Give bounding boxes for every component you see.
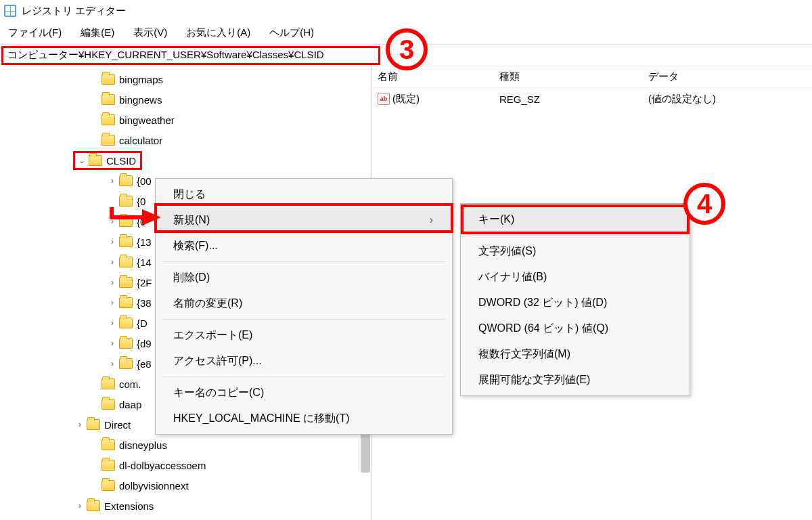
- tree-item[interactable]: dolbyvisionnext: [0, 475, 371, 496]
- submenu-multistring[interactable]: 複数行文字列値(M): [461, 341, 690, 367]
- submenu-binary[interactable]: バイナリ値(B): [461, 264, 690, 290]
- expander-icon[interactable]: ›: [74, 500, 85, 511]
- tree-label: {d9: [137, 338, 152, 349]
- context-menu-permissions[interactable]: アクセス許可(P)...: [156, 348, 452, 374]
- folder-icon: [102, 74, 115, 85]
- tree-label: dl-dolbyaccessoem: [119, 460, 206, 471]
- tree-item[interactable]: calculator: [0, 130, 371, 150]
- context-menu: 閉じる 新規(N) › 検索(F)... 削除(D) 名前の変更(R) エクスポ…: [155, 178, 453, 435]
- expander-icon[interactable]: ›: [107, 175, 118, 186]
- folder-icon: [102, 135, 115, 146]
- regedit-icon: [4, 5, 16, 17]
- folder-icon: [102, 94, 115, 105]
- folder-icon: [119, 216, 133, 227]
- context-menu-goto-hklm[interactable]: HKEY_LOCAL_MACHINE に移動(T): [156, 406, 452, 431]
- folder-icon: [87, 500, 100, 511]
- tree-item-clsid[interactable]: ⌄ CLSID: [0, 150, 371, 171]
- folder-icon: [119, 358, 133, 369]
- tree-label: bingmaps: [119, 74, 163, 85]
- folder-icon: [102, 480, 115, 491]
- tree-label: disneyplus: [119, 439, 167, 451]
- folder-icon: [119, 318, 133, 328]
- tree-label: dolbyvisionnext: [119, 480, 189, 492]
- folder-icon: [119, 277, 133, 288]
- expander-icon[interactable]: ›: [107, 257, 118, 267]
- expander-icon[interactable]: ›: [107, 236, 118, 247]
- expander-icon[interactable]: ›: [107, 216, 118, 227]
- value-row[interactable]: ab (既定) REG_SZ (値の設定なし): [372, 88, 812, 110]
- chevron-right-icon: ›: [403, 214, 433, 226]
- folder-icon: [119, 236, 133, 247]
- tree-label: {0: [137, 216, 145, 228]
- value-type: REG_SZ: [499, 93, 648, 105]
- submenu-dword[interactable]: DWORD (32 ビット) 値(D): [461, 290, 690, 316]
- tree-label: Extensions: [104, 500, 154, 512]
- expander-icon[interactable]: ›: [107, 277, 118, 288]
- folder-icon: [119, 257, 133, 267]
- tree-label: calculator: [119, 135, 162, 146]
- values-header: 名前 種類 データ: [372, 66, 812, 88]
- submenu-key[interactable]: キー(K): [461, 207, 690, 232]
- folder-icon: [119, 338, 133, 349]
- column-header-name[interactable]: 名前: [378, 70, 499, 83]
- callout-number-4: 4: [683, 183, 725, 225]
- folder-icon: [102, 399, 115, 410]
- submenu-expandstring[interactable]: 展開可能な文字列値(E): [461, 367, 690, 393]
- column-header-data[interactable]: データ: [648, 70, 812, 83]
- context-menu-delete[interactable]: 削除(D): [156, 265, 452, 290]
- address-bar[interactable]: コンピューター¥HKEY_CURRENT_USER¥Software¥Class…: [1, 46, 380, 65]
- value-name: (既定): [392, 93, 420, 106]
- tree-label: {13: [137, 236, 152, 248]
- value-data: (値の設定なし): [648, 93, 812, 106]
- folder-icon: [102, 460, 115, 471]
- tree-label: {e8: [137, 358, 152, 370]
- folder-icon: [102, 439, 115, 450]
- context-menu-new[interactable]: 新規(N) ›: [156, 207, 452, 233]
- tree-item[interactable]: ›Extensions: [0, 496, 371, 516]
- expander-icon[interactable]: ›: [107, 358, 118, 369]
- expander-icon[interactable]: ›: [74, 419, 85, 430]
- menu-favorites[interactable]: お気に入り(A): [182, 24, 254, 42]
- tree-item[interactable]: disneyplus: [0, 435, 371, 455]
- tree-item[interactable]: dl-dolbyaccessoem: [0, 455, 371, 475]
- context-menu-export[interactable]: エクスポート(E): [156, 322, 452, 348]
- tree-label: bingnews: [119, 94, 162, 106]
- callout-number-3: 3: [386, 28, 428, 70]
- context-menu-copy-key-name[interactable]: キー名のコピー(C): [156, 380, 452, 406]
- window-title: レジストリ エディター: [22, 5, 126, 18]
- folder-icon: [87, 419, 100, 430]
- separator: [468, 235, 683, 236]
- submenu-string[interactable]: 文字列値(S): [461, 238, 690, 264]
- reg-sz-icon: ab: [378, 93, 390, 105]
- menu-edit[interactable]: 編集(E): [76, 24, 118, 42]
- expander-icon[interactable]: [107, 196, 118, 207]
- tree-label: {0: [137, 196, 145, 207]
- menu-help[interactable]: ヘルプ(H): [265, 24, 318, 42]
- submenu-qword[interactable]: QWORD (64 ビット) 値(Q): [461, 316, 690, 341]
- separator: [162, 261, 445, 262]
- tree-item[interactable]: bingweather: [0, 110, 371, 130]
- column-header-type[interactable]: 種類: [499, 70, 648, 83]
- tree-label: bingweather: [119, 114, 175, 126]
- tree-label: com.: [119, 378, 141, 390]
- context-menu-find[interactable]: 検索(F)...: [156, 233, 452, 259]
- titlebar: レジストリ エディター: [0, 0, 812, 22]
- tree-item[interactable]: bingmaps: [0, 69, 371, 89]
- tree-label: CLSID: [106, 155, 136, 167]
- tree-label: Direct: [104, 419, 131, 431]
- context-menu-rename[interactable]: 名前の変更(R): [156, 290, 452, 316]
- tree-label: {D: [137, 318, 148, 329]
- expander-icon[interactable]: ⌄: [76, 155, 87, 166]
- tree-label: daap: [119, 399, 141, 410]
- separator: [162, 319, 445, 320]
- menu-file[interactable]: ファイル(F): [4, 24, 66, 42]
- expander-icon[interactable]: ›: [107, 318, 118, 328]
- tree-label: {14: [137, 257, 152, 268]
- tree-item[interactable]: bingnews: [0, 89, 371, 110]
- expander-icon[interactable]: ›: [107, 338, 118, 349]
- context-menu-close[interactable]: 閉じる: [156, 181, 452, 207]
- menu-view[interactable]: 表示(V): [129, 24, 171, 42]
- context-menu-new-label: 新規(N): [173, 213, 210, 228]
- separator: [162, 376, 445, 377]
- expander-icon[interactable]: ›: [107, 297, 118, 308]
